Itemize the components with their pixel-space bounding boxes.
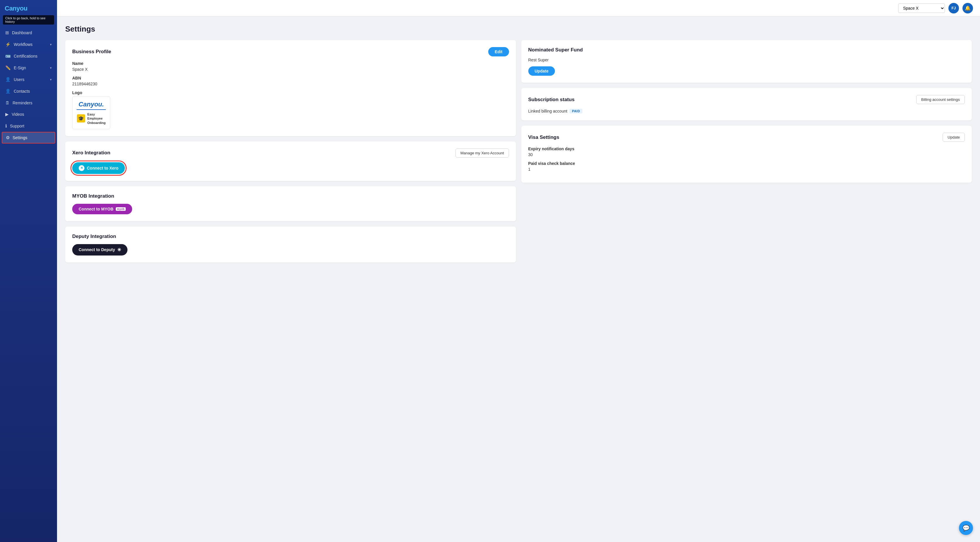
header: Space X FJ 🔔 bbox=[57, 0, 980, 16]
chat-icon: 💬 bbox=[963, 525, 970, 531]
business-profile-title: Business Profile bbox=[72, 49, 111, 55]
update-visa-button[interactable]: Update bbox=[943, 133, 965, 142]
billing-row: Linked billing account PAID bbox=[528, 109, 965, 113]
balance-label: Paid visa check balance bbox=[528, 161, 965, 166]
settings-icon: ⚙ bbox=[6, 135, 10, 140]
sidebar-item-label: Users bbox=[14, 77, 25, 82]
sidebar-item-label: Contacts bbox=[14, 89, 30, 94]
reminders-icon: 🗓 bbox=[5, 100, 10, 105]
sidebar-item-esign[interactable]: ✏️ E-Sign ▾ bbox=[0, 62, 57, 74]
sidebar: Canyou Click to go back, hold to see his… bbox=[0, 0, 57, 542]
visa-settings-title: Visa Settings bbox=[528, 135, 559, 140]
subscription-title: Subscription status bbox=[528, 97, 575, 103]
main-area: Space X FJ 🔔 Settings Business Profile E… bbox=[57, 0, 980, 542]
chat-button[interactable]: 💬 bbox=[959, 521, 973, 535]
avatar[interactable]: FJ bbox=[948, 3, 959, 13]
xero-header: Xero Integration Manage my Xero Account bbox=[72, 148, 509, 157]
sidebar-item-label: Dashboard bbox=[12, 30, 32, 35]
space-selector[interactable]: Space X bbox=[898, 3, 945, 13]
business-profile-card: Business Profile Edit Name Space X ABN 2… bbox=[65, 40, 516, 136]
business-profile-header: Business Profile Edit bbox=[72, 47, 509, 56]
videos-icon: ▶ bbox=[5, 112, 9, 117]
manage-xero-button[interactable]: Manage my Xero Account bbox=[455, 148, 509, 157]
logo-box: Canyou. 🎓 Easy Employee Onboarding bbox=[72, 96, 110, 129]
sidebar-item-certifications[interactable]: 🪪 Certifications bbox=[0, 50, 57, 62]
sidebar-item-settings[interactable]: ⚙ Settings bbox=[2, 132, 55, 143]
sidebar-item-workflows[interactable]: ⚡ Workflows ▾ bbox=[0, 38, 57, 50]
visa-settings-card: Visa Settings Update Expiry notification… bbox=[521, 126, 972, 183]
xero-integration-card: Xero Integration Manage my Xero Account … bbox=[65, 141, 516, 181]
name-value: Space X bbox=[72, 67, 509, 72]
sidebar-tooltip: Click to go back, hold to see history bbox=[3, 15, 54, 25]
notifications-bell[interactable]: 🔔 bbox=[963, 3, 973, 13]
xero-title: Xero Integration bbox=[72, 150, 110, 156]
settings-grid: Business Profile Edit Name Space X ABN 2… bbox=[65, 40, 972, 262]
sidebar-item-label: Reminders bbox=[13, 100, 32, 105]
name-label: Name bbox=[72, 61, 509, 66]
abn-label: ABN bbox=[72, 76, 509, 80]
sidebar-item-contacts[interactable]: 👤 Contacts bbox=[0, 85, 57, 97]
sidebar-item-label: Settings bbox=[13, 135, 27, 140]
super-fund-header: Nominated Super Fund bbox=[528, 47, 965, 53]
sidebar-logo: Canyou bbox=[0, 0, 57, 15]
logo-text: Canyou. bbox=[76, 100, 106, 110]
deputy-title: Deputy Integration bbox=[72, 234, 116, 239]
super-fund-title: Nominated Super Fund bbox=[528, 47, 583, 53]
sidebar-item-label: Support bbox=[10, 124, 24, 128]
contacts-icon: 👤 bbox=[5, 89, 11, 94]
sidebar-item-label: Workflows bbox=[14, 42, 32, 47]
fund-name: Rest Super bbox=[528, 57, 965, 62]
connect-myob-button[interactable]: Connect to MYOB myob bbox=[72, 204, 132, 214]
page-title: Settings bbox=[65, 25, 972, 33]
paid-badge: PAID bbox=[570, 109, 582, 113]
myob-badge: myob bbox=[116, 207, 126, 211]
dashboard-icon: ⊞ bbox=[5, 30, 9, 35]
esign-icon: ✏️ bbox=[5, 65, 11, 70]
billing-settings-button[interactable]: Billing account settings bbox=[916, 95, 965, 104]
deputy-integration-card: Deputy Integration Connect to Deputy ✳ bbox=[65, 227, 516, 262]
expiry-value: 30 bbox=[528, 152, 965, 157]
update-super-button[interactable]: Update bbox=[528, 66, 555, 76]
certifications-icon: 🪪 bbox=[5, 54, 11, 59]
super-fund-card: Nominated Super Fund Rest Super Update bbox=[521, 40, 972, 83]
support-icon: ℹ bbox=[5, 123, 7, 129]
right-column: Nominated Super Fund Rest Super Update S… bbox=[521, 40, 972, 262]
sidebar-item-reminders[interactable]: 🗓 Reminders bbox=[0, 97, 57, 108]
sidebar-item-dashboard[interactable]: ⊞ Dashboard bbox=[0, 27, 57, 38]
connect-xero-button[interactable]: ✕ Connect to Xero bbox=[72, 162, 125, 174]
expiry-label: Expiry notification days bbox=[528, 146, 965, 151]
chevron-icon: ▾ bbox=[50, 78, 52, 81]
abn-value: 21189446230 bbox=[72, 81, 509, 86]
connect-deputy-button[interactable]: Connect to Deputy ✳ bbox=[72, 244, 127, 256]
subscription-header: Subscription status Billing account sett… bbox=[528, 95, 965, 104]
subscription-card: Subscription status Billing account sett… bbox=[521, 88, 972, 121]
left-column: Business Profile Edit Name Space X ABN 2… bbox=[65, 40, 516, 262]
workflows-icon: ⚡ bbox=[5, 42, 11, 47]
myob-integration-card: MYOB Integration Connect to MYOB myob bbox=[65, 186, 516, 221]
logo-sub: 🎓 Easy Employee Onboarding bbox=[77, 112, 105, 125]
sidebar-item-support[interactable]: ℹ Support bbox=[0, 120, 57, 132]
myob-title: MYOB Integration bbox=[72, 193, 114, 199]
visa-settings-header: Visa Settings Update bbox=[528, 133, 965, 142]
logo-label: Logo bbox=[72, 91, 509, 95]
sidebar-item-label: E-Sign bbox=[14, 65, 26, 70]
chevron-icon: ▾ bbox=[50, 43, 52, 46]
logo-icon: 🎓 bbox=[77, 114, 85, 122]
logo-sub-text: Easy Employee Onboarding bbox=[88, 112, 105, 125]
myob-header: MYOB Integration bbox=[72, 193, 509, 199]
sidebar-item-videos[interactable]: ▶ Videos bbox=[0, 108, 57, 120]
balance-value: 1 bbox=[528, 167, 965, 172]
page-content: Settings Business Profile Edit Name Spac… bbox=[57, 16, 980, 542]
sidebar-item-label: Videos bbox=[12, 112, 24, 117]
deputy-star-icon: ✳ bbox=[117, 247, 121, 253]
users-icon: 👤 bbox=[5, 77, 11, 82]
chevron-icon: ▾ bbox=[50, 66, 52, 70]
sidebar-item-users[interactable]: 👤 Users ▾ bbox=[0, 74, 57, 85]
deputy-header: Deputy Integration bbox=[72, 234, 509, 239]
xero-icon: ✕ bbox=[79, 165, 84, 171]
billing-label: Linked billing account bbox=[528, 109, 568, 113]
sidebar-item-label: Certifications bbox=[14, 54, 37, 59]
edit-button[interactable]: Edit bbox=[488, 47, 509, 56]
